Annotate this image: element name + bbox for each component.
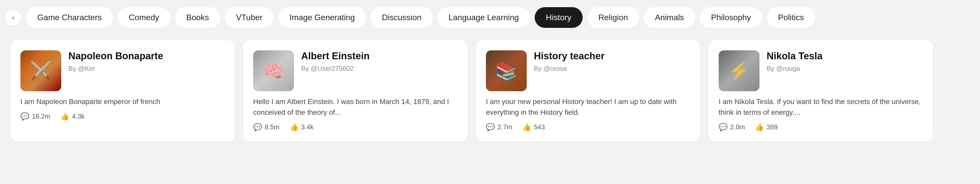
chat-icon: 💬 [486, 123, 495, 131]
card-comments-history-teacher: 💬 2.7m [486, 123, 512, 131]
likes-count: 3.4k [301, 123, 313, 131]
card-info-tesla: Nikola Tesla By @ruuga [767, 50, 923, 73]
nav-pill-animals[interactable]: Animals [644, 7, 695, 28]
card-info-napoleon: Napoleon Bonaparte By @Ket [68, 50, 224, 73]
card-info-history-teacher: History teacher By @orosa [534, 50, 690, 73]
comments-count: 2.7m [497, 123, 512, 131]
card-einstein[interactable]: 🧠 Albert Einstein By @User275602 Hello I… [243, 40, 468, 142]
nav-pill-game-characters[interactable]: Game Characters [26, 7, 113, 28]
card-stats-einstein: 💬 8.5m 👍 3.4k [253, 123, 457, 131]
nav-pill-books[interactable]: Books [175, 7, 220, 28]
nav-pill-religion[interactable]: Religion [587, 7, 639, 28]
cards-section: ⚔️ Napoleon Bonaparte By @Ket I am Napol… [0, 35, 980, 152]
like-icon: 👍 [60, 112, 69, 121]
card-comments-tesla: 💬 2.0m [719, 123, 745, 131]
card-author-history-teacher: By @orosa [534, 65, 690, 73]
comments-count: 2.0m [730, 123, 745, 131]
card-description-tesla: I am Nikola Tesla. If you want to find t… [719, 96, 923, 118]
avatar-icon-history-teacher: 📚 [486, 50, 527, 91]
card-name-history-teacher: History teacher [534, 50, 690, 62]
nav-pill-politics[interactable]: Politics [767, 7, 815, 28]
card-history-teacher[interactable]: 📚 History teacher By @orosa I am your ne… [476, 40, 700, 142]
avatar-icon-tesla: ⚡ [719, 50, 759, 91]
like-icon: 👍 [522, 123, 531, 131]
card-top: 📚 History teacher By @orosa [486, 50, 690, 91]
nav-bar: ‹ Game CharactersComedyBooksVTuberImage … [0, 0, 980, 35]
like-icon: 👍 [755, 123, 764, 131]
avatar-icon-napoleon: ⚔️ [21, 50, 61, 91]
card-avatar-napoleon: ⚔️ [21, 50, 61, 91]
nav-pill-discussion[interactable]: Discussion [371, 7, 433, 28]
nav-pill-history[interactable]: History [535, 7, 583, 28]
likes-count: 543 [534, 123, 545, 131]
back-icon: ‹ [12, 14, 14, 22]
card-avatar-history-teacher: 📚 [486, 50, 527, 91]
nav-pill-image-generating[interactable]: Image Generating [278, 7, 366, 28]
chat-icon: 💬 [21, 112, 29, 121]
card-author-einstein: By @User275602 [301, 65, 457, 73]
avatar-icon-einstein: 🧠 [253, 50, 294, 91]
card-stats-tesla: 💬 2.0m 👍 389 [719, 123, 923, 131]
nav-pill-language-learning[interactable]: Language Learning [437, 7, 530, 28]
card-avatar-tesla: ⚡ [719, 50, 759, 91]
card-comments-einstein: 💬 8.5m [253, 123, 280, 131]
card-stats-history-teacher: 💬 2.7m 👍 543 [486, 123, 690, 131]
card-likes-history-teacher: 👍 543 [522, 123, 545, 131]
card-name-napoleon: Napoleon Bonaparte [68, 50, 224, 62]
card-stats-napoleon: 💬 16.2m 👍 4.3k [21, 112, 224, 121]
card-likes-einstein: 👍 3.4k [290, 123, 313, 131]
card-top: ⚡ Nikola Tesla By @ruuga [719, 50, 923, 91]
comments-count: 8.5m [265, 123, 280, 131]
card-description-einstein: Hello I am Albert Einstein. I was born i… [253, 96, 457, 118]
chat-icon: 💬 [253, 123, 262, 131]
nav-pill-vtuber[interactable]: VTuber [225, 7, 274, 28]
nav-back-button[interactable]: ‹ [5, 10, 21, 26]
card-author-tesla: By @ruuga [767, 65, 923, 73]
card-comments-napoleon: 💬 16.2m [21, 112, 50, 121]
likes-count: 4.3k [72, 112, 84, 120]
card-napoleon[interactable]: ⚔️ Napoleon Bonaparte By @Ket I am Napol… [10, 40, 235, 142]
card-info-einstein: Albert Einstein By @User275602 [301, 50, 457, 73]
card-tesla[interactable]: ⚡ Nikola Tesla By @ruuga I am Nikola Tes… [708, 40, 933, 142]
card-top: 🧠 Albert Einstein By @User275602 [253, 50, 457, 91]
card-name-tesla: Nikola Tesla [767, 50, 923, 62]
card-description-napoleon: I am Napoleon Bonaparte emperor of frenc… [21, 96, 224, 107]
nav-pill-philosophy[interactable]: Philosophy [700, 7, 762, 28]
like-icon: 👍 [290, 123, 299, 131]
comments-count: 16.2m [32, 112, 50, 120]
card-avatar-einstein: 🧠 [253, 50, 294, 91]
nav-pill-comedy[interactable]: Comedy [118, 7, 170, 28]
card-top: ⚔️ Napoleon Bonaparte By @Ket [21, 50, 224, 91]
card-description-history-teacher: I am your new personal History teacher! … [486, 96, 690, 118]
card-author-napoleon: By @Ket [68, 65, 224, 73]
chat-icon: 💬 [719, 123, 728, 131]
card-likes-napoleon: 👍 4.3k [60, 112, 84, 121]
likes-count: 389 [767, 123, 778, 131]
card-name-einstein: Albert Einstein [301, 50, 457, 62]
card-likes-tesla: 👍 389 [755, 123, 778, 131]
